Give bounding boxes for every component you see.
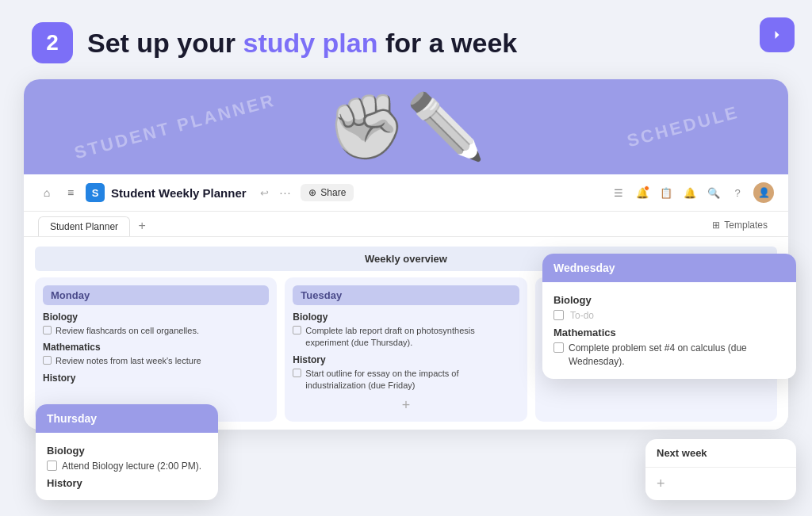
thursday-card-body: Biology Attend Biology lecture (2:00 PM)… bbox=[36, 433, 218, 500]
wednesday-card-body: Biology To-do Mathematics Complete probl… bbox=[542, 282, 796, 379]
banner: STUDENT PLANNER ✊✏️ SCHEDULE bbox=[24, 79, 788, 174]
thursday-history-title: History bbox=[47, 477, 207, 489]
monday-column: Monday Biology Review flashcards on cell… bbox=[35, 277, 277, 422]
search-icon[interactable]: 🔍 bbox=[706, 185, 722, 201]
task-checkbox[interactable] bbox=[293, 369, 301, 377]
help-icon[interactable]: ? bbox=[730, 185, 745, 201]
task-text: Complete lab report draft on photosynthe… bbox=[305, 325, 519, 350]
tuesday-add-button[interactable]: + bbox=[293, 397, 519, 414]
tuesday-column: Tuesday Biology Complete lab report draf… bbox=[285, 277, 527, 422]
share-icon: ⊕ bbox=[308, 187, 316, 198]
task-text: Start outline for essay on the impacts o… bbox=[305, 368, 519, 392]
share-label: Share bbox=[320, 187, 346, 198]
wednesday-todo-label: To-do bbox=[570, 309, 594, 323]
table-icon[interactable]: 📋 bbox=[658, 185, 674, 201]
tuesday-biology-title: Biology bbox=[293, 312, 519, 323]
avatar[interactable]: 👤 bbox=[753, 182, 774, 203]
app-icon: S bbox=[86, 183, 105, 202]
next-step-button[interactable] bbox=[760, 17, 795, 52]
templates-icon: ⊞ bbox=[712, 220, 720, 231]
wednesday-math-task-text: Complete problem set #4 on calculus (due… bbox=[569, 342, 785, 369]
notion-toolbar: ⌂ ≡ S Student Weekly Planner ↩ ··· ⊕ Sha… bbox=[24, 174, 788, 212]
page-header: 2 Set up your study plan for a week bbox=[0, 0, 812, 79]
next-week-card: Next week + bbox=[645, 439, 796, 500]
toolbar-right: ☰ 🔔 📋 🔔 🔍 ? 👤 bbox=[611, 182, 774, 203]
notification-icon[interactable]: 🔔 bbox=[634, 185, 650, 201]
tab-right: ⊞ Templates bbox=[706, 217, 774, 236]
task-item: Review flashcards on cell organelles. bbox=[43, 325, 269, 337]
task-item: Review notes from last week's lecture bbox=[43, 355, 269, 367]
menu-icon[interactable]: ≡ bbox=[62, 184, 79, 201]
step-badge: 2 bbox=[32, 22, 73, 63]
monday-header: Monday bbox=[43, 285, 269, 305]
wednesday-biology-task: To-do bbox=[553, 309, 785, 323]
templates-button[interactable]: ⊞ Templates bbox=[706, 217, 774, 233]
home-icon[interactable]: ⌂ bbox=[38, 184, 56, 201]
page-title: Set up your study plan for a week bbox=[87, 27, 517, 59]
templates-label: Templates bbox=[724, 220, 768, 231]
student-planner-tab[interactable]: Student Planner bbox=[38, 216, 130, 236]
wednesday-card: Wednesday Biology To-do Mathematics Comp… bbox=[542, 254, 796, 379]
banner-text-right: SCHEDULE bbox=[625, 102, 741, 152]
banner-text-left: STUDENT PLANNER bbox=[72, 90, 278, 164]
wednesday-biology-title: Biology bbox=[553, 294, 785, 306]
task-checkbox[interactable] bbox=[293, 326, 301, 334]
monday-math-title: Mathematics bbox=[43, 342, 269, 353]
banner-pencil-emoji: ✊✏️ bbox=[327, 90, 485, 164]
toolbar-title: Student Weekly Planner bbox=[111, 186, 247, 200]
wednesday-card-header: Wednesday bbox=[542, 254, 796, 282]
title-part2: for a week bbox=[378, 28, 518, 58]
task-checkbox[interactable] bbox=[43, 326, 52, 334]
task-checkbox[interactable] bbox=[43, 356, 52, 365]
add-tab-button[interactable]: + bbox=[133, 217, 151, 235]
task-text: Review notes from last week's lecture bbox=[56, 355, 201, 367]
wednesday-math-checkbox[interactable] bbox=[553, 342, 564, 353]
tuesday-history-title: History bbox=[293, 354, 519, 365]
thursday-card-header: Thursday bbox=[36, 404, 218, 433]
title-highlight: study plan bbox=[243, 28, 377, 58]
thursday-biology-task: Attend Biology lecture (2:00 PM). bbox=[47, 460, 207, 473]
toolbar-more-icon[interactable]: ··· bbox=[280, 186, 292, 199]
undo-icon[interactable]: ↩ bbox=[256, 184, 274, 201]
calendar-icon[interactable]: ☰ bbox=[611, 185, 626, 201]
notification-dot bbox=[644, 185, 649, 191]
task-text: Review flashcards on cell organelles. bbox=[56, 325, 199, 337]
monday-history-title: History bbox=[43, 373, 269, 384]
thursday-biology-task-text: Attend Biology lecture (2:00 PM). bbox=[62, 460, 201, 473]
tuesday-header: Tuesday bbox=[293, 285, 519, 305]
thursday-card: Thursday Biology Attend Biology lecture … bbox=[36, 404, 218, 500]
wednesday-math-task: Complete problem set #4 on calculus (due… bbox=[553, 342, 785, 369]
next-week-header: Next week bbox=[645, 439, 796, 468]
share-button[interactable]: ⊕ Share bbox=[301, 184, 354, 201]
wednesday-math-title: Mathematics bbox=[553, 327, 785, 338]
next-week-body: + bbox=[645, 468, 796, 500]
task-item: Complete lab report draft on photosynthe… bbox=[293, 325, 519, 350]
title-part1: Set up your bbox=[87, 28, 243, 58]
thursday-biology-title: Biology bbox=[47, 445, 207, 457]
bell-icon[interactable]: 🔔 bbox=[682, 185, 698, 201]
task-item: Start outline for essay on the impacts o… bbox=[293, 368, 519, 392]
tab-bar: Student Planner + ⊞ Templates bbox=[24, 212, 788, 237]
wednesday-biology-checkbox[interactable] bbox=[553, 310, 564, 320]
next-week-add-button[interactable]: + bbox=[657, 476, 785, 492]
thursday-biology-checkbox[interactable] bbox=[47, 461, 57, 471]
monday-biology-title: Biology bbox=[43, 312, 269, 323]
